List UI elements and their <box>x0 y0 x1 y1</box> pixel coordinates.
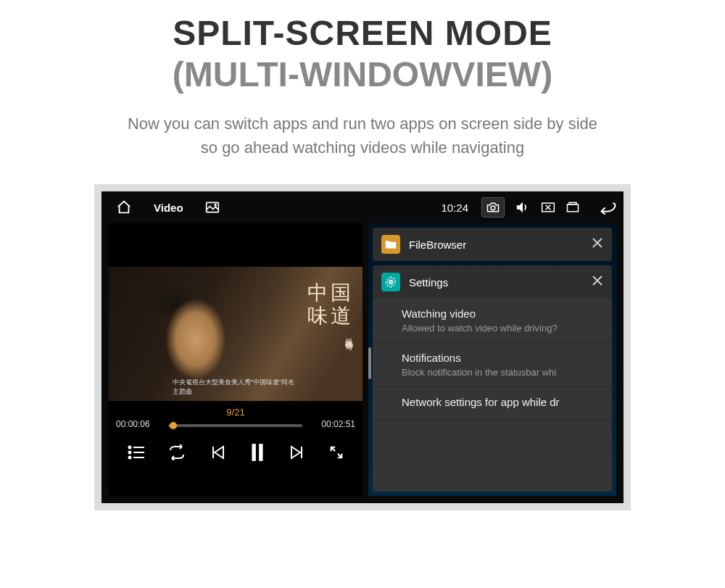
split-container: 中国 味道 風味傳奇 中央電視台大型美食美人秀"中国味道"同名主題曲 9/21 … <box>102 223 624 503</box>
recents-icon[interactable] <box>566 201 580 214</box>
video-pane: 中国 味道 風味傳奇 中央電視台大型美食美人秀"中国味道"同名主題曲 9/21 … <box>109 223 362 496</box>
playback-info: 9/21 <box>109 401 362 419</box>
next-button[interactable] <box>289 444 306 464</box>
track-counter: 9/21 <box>226 407 244 418</box>
fullscreen-button[interactable] <box>328 444 344 463</box>
app-title: Video <box>154 202 183 214</box>
status-bar: Video 10:24 <box>102 191 624 223</box>
app-name-label: FileBrowser <box>409 239 583 251</box>
close-icon[interactable] <box>592 275 603 289</box>
setting-item-network[interactable]: Network settings for app while dr <box>373 387 612 421</box>
close-icon[interactable] <box>592 237 603 252</box>
picture-icon[interactable] <box>205 201 220 214</box>
video-caption: 中央電視台大型美食美人秀"中国味道"同名主題曲 <box>173 378 299 397</box>
player-controls <box>109 429 362 474</box>
setting-item-notifications[interactable]: Notifications Block notification in the … <box>373 343 612 387</box>
playlist-button[interactable] <box>127 444 146 463</box>
repeat-button[interactable] <box>167 444 186 463</box>
folder-icon <box>381 235 400 254</box>
prev-button[interactable] <box>209 444 226 464</box>
home-icon[interactable] <box>116 199 132 215</box>
recent-app-settings[interactable]: Settings <box>373 265 612 299</box>
svg-point-6 <box>129 447 131 449</box>
page-title: SPLIT-SCREEN MODE <box>0 13 725 53</box>
progress-bar[interactable] <box>169 424 302 427</box>
svg-point-1 <box>215 204 216 206</box>
setting-item-watching-video[interactable]: Watching video Allowed to watch video wh… <box>373 299 612 343</box>
screenshot-button[interactable] <box>481 197 505 218</box>
time-elapsed: 00:00:06 <box>116 419 156 429</box>
svg-rect-5 <box>569 202 576 204</box>
svg-point-8 <box>129 457 131 459</box>
close-ad-icon[interactable] <box>541 201 555 214</box>
time-total: 00:02:51 <box>315 419 355 429</box>
settings-icon <box>381 273 400 291</box>
svg-point-2 <box>491 206 495 210</box>
svg-rect-4 <box>568 204 579 212</box>
svg-rect-9 <box>252 444 256 461</box>
device-screen: Video 10:24 <box>102 191 624 503</box>
clock-time: 10:24 <box>441 202 468 214</box>
video-title-overlay: 中国 味道 風味傳奇 <box>307 281 354 367</box>
app-name-label: Settings <box>409 276 583 289</box>
pause-button[interactable] <box>248 442 267 465</box>
settings-pane: FileBrowser Settings <box>368 223 616 496</box>
video-viewport[interactable]: 中国 味道 風味傳奇 中央電視台大型美食美人秀"中国味道"同名主題曲 <box>109 267 362 401</box>
svg-rect-10 <box>259 444 262 461</box>
recent-app-filebrowser[interactable]: FileBrowser <box>373 228 612 261</box>
back-icon[interactable] <box>594 199 616 215</box>
page-subtitle: (MULTI-WINDOWVIEW) <box>0 54 725 94</box>
svg-point-7 <box>129 452 131 454</box>
split-divider[interactable] <box>368 347 371 379</box>
volume-icon[interactable] <box>515 200 531 215</box>
settings-body: Watching video Allowed to watch video wh… <box>373 299 612 492</box>
device-frame: Video 10:24 <box>94 184 631 510</box>
page-description: Now you can switch apps and run two apps… <box>72 112 652 160</box>
